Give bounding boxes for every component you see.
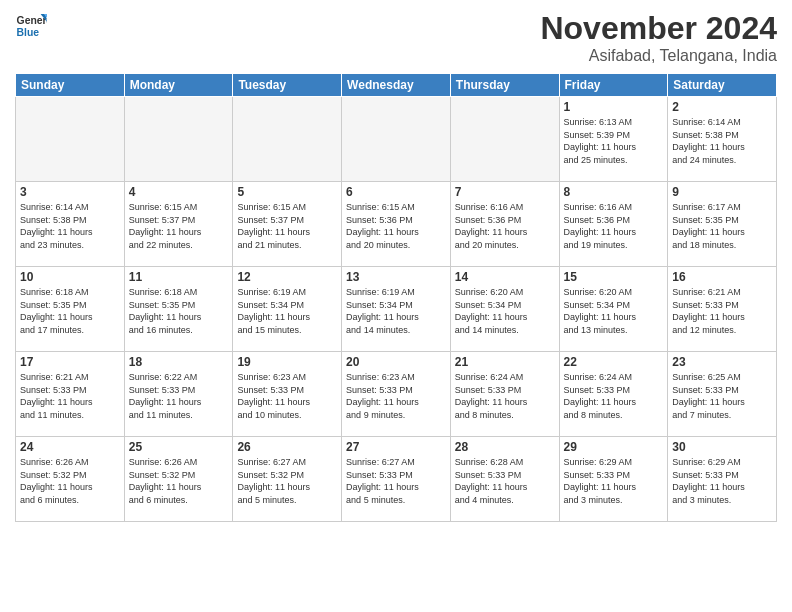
- day-info: Sunrise: 6:19 AM Sunset: 5:34 PM Dayligh…: [346, 286, 446, 336]
- table-row: 26Sunrise: 6:27 AM Sunset: 5:32 PM Dayli…: [233, 437, 342, 522]
- day-number: 15: [564, 270, 664, 284]
- day-info: Sunrise: 6:14 AM Sunset: 5:38 PM Dayligh…: [20, 201, 120, 251]
- day-number: 11: [129, 270, 229, 284]
- week-row-4: 17Sunrise: 6:21 AM Sunset: 5:33 PM Dayli…: [16, 352, 777, 437]
- week-row-2: 3Sunrise: 6:14 AM Sunset: 5:38 PM Daylig…: [16, 182, 777, 267]
- title-block: November 2024 Asifabad, Telangana, India: [540, 10, 777, 65]
- day-number: 13: [346, 270, 446, 284]
- day-number: 1: [564, 100, 664, 114]
- day-info: Sunrise: 6:18 AM Sunset: 5:35 PM Dayligh…: [20, 286, 120, 336]
- table-row: 6Sunrise: 6:15 AM Sunset: 5:36 PM Daylig…: [342, 182, 451, 267]
- day-info: Sunrise: 6:16 AM Sunset: 5:36 PM Dayligh…: [455, 201, 555, 251]
- day-info: Sunrise: 6:15 AM Sunset: 5:37 PM Dayligh…: [129, 201, 229, 251]
- week-row-3: 10Sunrise: 6:18 AM Sunset: 5:35 PM Dayli…: [16, 267, 777, 352]
- table-row: 9Sunrise: 6:17 AM Sunset: 5:35 PM Daylig…: [668, 182, 777, 267]
- day-number: 8: [564, 185, 664, 199]
- day-number: 18: [129, 355, 229, 369]
- day-number: 17: [20, 355, 120, 369]
- day-number: 7: [455, 185, 555, 199]
- day-info: Sunrise: 6:24 AM Sunset: 5:33 PM Dayligh…: [564, 371, 664, 421]
- table-row: 29Sunrise: 6:29 AM Sunset: 5:33 PM Dayli…: [559, 437, 668, 522]
- table-row: 13Sunrise: 6:19 AM Sunset: 5:34 PM Dayli…: [342, 267, 451, 352]
- day-info: Sunrise: 6:23 AM Sunset: 5:33 PM Dayligh…: [346, 371, 446, 421]
- day-number: 3: [20, 185, 120, 199]
- day-info: Sunrise: 6:26 AM Sunset: 5:32 PM Dayligh…: [129, 456, 229, 506]
- day-number: 27: [346, 440, 446, 454]
- day-info: Sunrise: 6:21 AM Sunset: 5:33 PM Dayligh…: [672, 286, 772, 336]
- svg-text:General: General: [17, 15, 47, 26]
- table-row: 15Sunrise: 6:20 AM Sunset: 5:34 PM Dayli…: [559, 267, 668, 352]
- day-number: 12: [237, 270, 337, 284]
- day-number: 23: [672, 355, 772, 369]
- table-row: 2Sunrise: 6:14 AM Sunset: 5:38 PM Daylig…: [668, 97, 777, 182]
- table-row: 21Sunrise: 6:24 AM Sunset: 5:33 PM Dayli…: [450, 352, 559, 437]
- day-number: 30: [672, 440, 772, 454]
- location: Asifabad, Telangana, India: [540, 47, 777, 65]
- day-info: Sunrise: 6:22 AM Sunset: 5:33 PM Dayligh…: [129, 371, 229, 421]
- table-row: 19Sunrise: 6:23 AM Sunset: 5:33 PM Dayli…: [233, 352, 342, 437]
- day-info: Sunrise: 6:25 AM Sunset: 5:33 PM Dayligh…: [672, 371, 772, 421]
- week-row-5: 24Sunrise: 6:26 AM Sunset: 5:32 PM Dayli…: [16, 437, 777, 522]
- day-info: Sunrise: 6:13 AM Sunset: 5:39 PM Dayligh…: [564, 116, 664, 166]
- header: General Blue November 2024 Asifabad, Tel…: [15, 10, 777, 65]
- day-info: Sunrise: 6:20 AM Sunset: 5:34 PM Dayligh…: [564, 286, 664, 336]
- day-info: Sunrise: 6:17 AM Sunset: 5:35 PM Dayligh…: [672, 201, 772, 251]
- day-number: 28: [455, 440, 555, 454]
- day-number: 9: [672, 185, 772, 199]
- day-number: 19: [237, 355, 337, 369]
- day-info: Sunrise: 6:27 AM Sunset: 5:33 PM Dayligh…: [346, 456, 446, 506]
- table-row: 20Sunrise: 6:23 AM Sunset: 5:33 PM Dayli…: [342, 352, 451, 437]
- day-number: 24: [20, 440, 120, 454]
- day-info: Sunrise: 6:21 AM Sunset: 5:33 PM Dayligh…: [20, 371, 120, 421]
- day-number: 5: [237, 185, 337, 199]
- day-number: 29: [564, 440, 664, 454]
- month-title: November 2024: [540, 10, 777, 47]
- day-info: Sunrise: 6:26 AM Sunset: 5:32 PM Dayligh…: [20, 456, 120, 506]
- table-row: 25Sunrise: 6:26 AM Sunset: 5:32 PM Dayli…: [124, 437, 233, 522]
- table-row: 8Sunrise: 6:16 AM Sunset: 5:36 PM Daylig…: [559, 182, 668, 267]
- header-thursday: Thursday: [450, 74, 559, 97]
- table-row: 11Sunrise: 6:18 AM Sunset: 5:35 PM Dayli…: [124, 267, 233, 352]
- table-row: 4Sunrise: 6:15 AM Sunset: 5:37 PM Daylig…: [124, 182, 233, 267]
- table-row: 5Sunrise: 6:15 AM Sunset: 5:37 PM Daylig…: [233, 182, 342, 267]
- logo-icon: General Blue: [15, 10, 47, 42]
- page: General Blue November 2024 Asifabad, Tel…: [0, 0, 792, 612]
- day-info: Sunrise: 6:15 AM Sunset: 5:37 PM Dayligh…: [237, 201, 337, 251]
- table-row: [342, 97, 451, 182]
- table-row: 18Sunrise: 6:22 AM Sunset: 5:33 PM Dayli…: [124, 352, 233, 437]
- week-row-1: 1Sunrise: 6:13 AM Sunset: 5:39 PM Daylig…: [16, 97, 777, 182]
- table-row: 14Sunrise: 6:20 AM Sunset: 5:34 PM Dayli…: [450, 267, 559, 352]
- day-number: 20: [346, 355, 446, 369]
- table-row: 24Sunrise: 6:26 AM Sunset: 5:32 PM Dayli…: [16, 437, 125, 522]
- day-info: Sunrise: 6:27 AM Sunset: 5:32 PM Dayligh…: [237, 456, 337, 506]
- day-number: 26: [237, 440, 337, 454]
- day-info: Sunrise: 6:28 AM Sunset: 5:33 PM Dayligh…: [455, 456, 555, 506]
- logo: General Blue: [15, 10, 47, 42]
- svg-text:Blue: Blue: [17, 27, 40, 38]
- header-sunday: Sunday: [16, 74, 125, 97]
- table-row: 30Sunrise: 6:29 AM Sunset: 5:33 PM Dayli…: [668, 437, 777, 522]
- day-number: 14: [455, 270, 555, 284]
- day-info: Sunrise: 6:15 AM Sunset: 5:36 PM Dayligh…: [346, 201, 446, 251]
- day-number: 2: [672, 100, 772, 114]
- table-row: 23Sunrise: 6:25 AM Sunset: 5:33 PM Dayli…: [668, 352, 777, 437]
- header-wednesday: Wednesday: [342, 74, 451, 97]
- table-row: [450, 97, 559, 182]
- day-number: 22: [564, 355, 664, 369]
- table-row: 10Sunrise: 6:18 AM Sunset: 5:35 PM Dayli…: [16, 267, 125, 352]
- table-row: 22Sunrise: 6:24 AM Sunset: 5:33 PM Dayli…: [559, 352, 668, 437]
- day-number: 25: [129, 440, 229, 454]
- day-number: 16: [672, 270, 772, 284]
- day-info: Sunrise: 6:16 AM Sunset: 5:36 PM Dayligh…: [564, 201, 664, 251]
- table-row: [233, 97, 342, 182]
- table-row: 12Sunrise: 6:19 AM Sunset: 5:34 PM Dayli…: [233, 267, 342, 352]
- header-tuesday: Tuesday: [233, 74, 342, 97]
- table-row: 27Sunrise: 6:27 AM Sunset: 5:33 PM Dayli…: [342, 437, 451, 522]
- day-number: 4: [129, 185, 229, 199]
- day-info: Sunrise: 6:20 AM Sunset: 5:34 PM Dayligh…: [455, 286, 555, 336]
- weekday-header-row: Sunday Monday Tuesday Wednesday Thursday…: [16, 74, 777, 97]
- day-info: Sunrise: 6:29 AM Sunset: 5:33 PM Dayligh…: [672, 456, 772, 506]
- table-row: 16Sunrise: 6:21 AM Sunset: 5:33 PM Dayli…: [668, 267, 777, 352]
- table-row: 3Sunrise: 6:14 AM Sunset: 5:38 PM Daylig…: [16, 182, 125, 267]
- calendar-table: Sunday Monday Tuesday Wednesday Thursday…: [15, 73, 777, 522]
